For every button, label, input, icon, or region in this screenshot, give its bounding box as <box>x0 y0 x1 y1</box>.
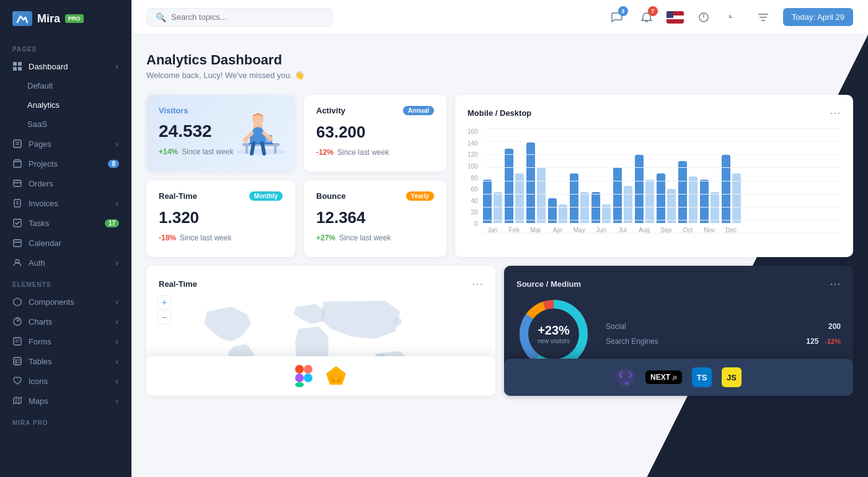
svg-rect-41 <box>295 365 304 374</box>
svg-rect-12 <box>14 240 21 247</box>
sidebar-item-components[interactable]: Components ∨ <box>0 292 131 312</box>
page-header: Analytics Dashboard Welcome back, Lucy! … <box>146 52 853 80</box>
activity-badge: Annual <box>403 106 434 115</box>
y-axis: 160 140 120 100 80 60 40 20 0 <box>467 128 478 227</box>
bounce-change-label: Since last week <box>339 234 391 242</box>
notifications-badge: 7 <box>648 6 658 16</box>
bar-feb-dark <box>505 149 513 223</box>
sidebar-item-tables[interactable]: Tables ∨ <box>0 351 131 371</box>
content-inner: Analytics Dashboard Welcome back, Lucy! … <box>131 35 868 477</box>
bar-apr-light <box>559 204 567 223</box>
dashboard-label: Dashboard <box>29 62 108 71</box>
source-medium-card: Source / Medium ⋯ <box>504 266 853 396</box>
visitors-change: +14% Since last week <box>159 147 283 156</box>
search-box[interactable]: 🔍 <box>146 8 332 27</box>
sidebar-item-saas[interactable]: SaaS <box>0 115 131 134</box>
sidebar-item-pages[interactable]: Pages ∨ <box>0 134 131 154</box>
activity-change-label: Since last week <box>337 148 389 157</box>
donut-label: new visitors <box>538 338 570 344</box>
bar-jan: Jan <box>483 180 502 234</box>
bar-oct-light <box>689 177 698 223</box>
bar-sep-dark <box>657 173 665 223</box>
elements-section-label: ELEMENTS <box>0 273 131 292</box>
svg-rect-42 <box>304 365 312 374</box>
invoices-chevron: ∨ <box>115 200 119 207</box>
invoices-icon <box>12 198 22 208</box>
sidebar-item-maps[interactable]: Maps ∨ <box>0 391 131 411</box>
mirapro-section-label: MIRA PRO <box>0 411 131 430</box>
notifications-button[interactable]: 7 <box>637 7 657 27</box>
auth-label: Auth <box>29 258 108 268</box>
bar-feb-light <box>515 173 524 223</box>
sidebar-item-analytics[interactable]: Analytics <box>0 95 131 115</box>
source-row-social: Social 200 <box>606 322 841 331</box>
sidebar-item-calendar[interactable]: Calendar <box>0 233 131 253</box>
bar-jul-light <box>624 186 632 223</box>
search-input[interactable] <box>171 12 323 22</box>
language-selector[interactable] <box>666 11 684 24</box>
brand-logos-light <box>146 356 495 396</box>
map-zoom-out[interactable]: − <box>157 310 171 324</box>
activity-card: Activity Annual 63.200 -12% Since last w… <box>304 95 446 172</box>
realtime-header: Real-Time Monthly <box>159 191 283 201</box>
main-area: 🔍 3 7 <box>131 0 868 477</box>
map-zoom-in[interactable]: + <box>157 295 171 309</box>
bar-may-light <box>580 192 589 223</box>
sidebar-item-default[interactable]: Default <box>0 76 131 95</box>
messages-button[interactable]: 3 <box>607 7 627 27</box>
today-button[interactable]: Today: April 29 <box>783 8 853 26</box>
map-title: Real-Time <box>159 279 197 289</box>
bounce-change-pct: +27% <box>316 234 335 242</box>
sidebar-item-invoices[interactable]: Invoices ∨ <box>0 193 131 213</box>
brand-logos-dark: NEXT .js TS JS <box>504 359 853 396</box>
bar-dec: Dec <box>722 155 741 234</box>
icons-label: Icons <box>29 377 108 386</box>
chart-title: Mobile / Desktop <box>467 108 531 118</box>
forms-label: Forms <box>29 337 108 346</box>
bar-apr: Apr <box>548 198 567 234</box>
topbar: 🔍 3 7 <box>131 0 868 35</box>
svg-rect-0 <box>13 62 17 66</box>
bar-sep-light <box>667 189 676 223</box>
app-logo[interactable]: Mira PRO <box>0 0 131 37</box>
charts-icon <box>12 317 22 326</box>
svg-rect-1 <box>18 62 22 66</box>
realtime-change-pct: -18% <box>159 234 176 242</box>
svg-rect-4 <box>14 140 21 147</box>
bar-feb: Feb <box>505 149 524 234</box>
bar-jun: Jun <box>591 192 611 234</box>
realtime-title: Real-Time <box>159 191 197 201</box>
refresh-button[interactable] <box>724 7 743 27</box>
sidebar-item-charts[interactable]: Charts ∨ <box>0 312 131 331</box>
sidebar-item-dashboard[interactable]: Dashboard ∧ <box>0 56 131 76</box>
tables-icon <box>12 356 22 366</box>
sidebar-item-orders[interactable]: Orders <box>0 173 131 193</box>
bar-dec-light <box>732 173 741 223</box>
power-button[interactable] <box>694 7 714 27</box>
bounce-value: 12.364 <box>316 208 434 227</box>
sidebar-item-auth[interactable]: Auth ∨ <box>0 253 131 273</box>
bar-jan-light <box>494 192 502 223</box>
bar-oct-dark <box>678 161 687 223</box>
chart-more-icon[interactable]: ⋯ <box>830 106 841 120</box>
components-label: Components <box>29 297 108 307</box>
map-more-icon[interactable]: ⋯ <box>472 277 483 291</box>
chevron-icon: ∧ <box>115 63 119 70</box>
sketch-logo <box>325 365 347 387</box>
invoices-label: Invoices <box>29 199 108 208</box>
visitors-change-pct: +14% <box>159 147 178 156</box>
sidebar-item-forms[interactable]: Forms ∨ <box>0 331 131 351</box>
search-engines-name: Search Engines <box>606 337 658 346</box>
bar-jan-dark <box>483 180 492 223</box>
forms-icon <box>12 336 22 346</box>
social-value: 200 <box>828 322 841 331</box>
bounce-card: Bounce Yearly 12.364 +27% Since last wee… <box>304 180 446 257</box>
sidebar-item-tasks[interactable]: Tasks 17 <box>0 213 131 233</box>
source-more-icon[interactable]: ⋯ <box>830 277 841 291</box>
calendar-icon <box>12 238 22 248</box>
sidebar-item-icons[interactable]: Icons ∨ <box>0 371 131 391</box>
sidebar-item-projects[interactable]: Projects 8 <box>0 154 131 173</box>
filter-button[interactable] <box>753 7 773 27</box>
figma-logo <box>295 365 312 387</box>
donut-center: +23% new visitors <box>538 323 570 344</box>
